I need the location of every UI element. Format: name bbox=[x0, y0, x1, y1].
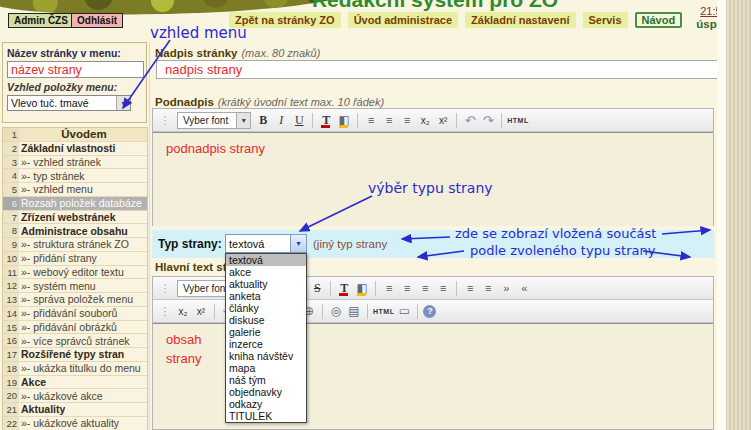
toolbar-separator bbox=[322, 304, 323, 319]
chevron-down-icon[interactable]: ▾ bbox=[290, 235, 306, 252]
font-select[interactable]: Vyber font ▾ bbox=[177, 112, 251, 129]
print-button[interactable]: ▤ bbox=[346, 303, 362, 319]
toolbar-drag-handle[interactable]: ⋮ bbox=[157, 303, 173, 319]
page-type-option[interactable]: objednavky bbox=[226, 386, 306, 398]
podnadpis-content-area[interactable]: podnadpis strany bbox=[153, 132, 713, 226]
admin-page: Redakční systém pro ZO 21:54:50 úspěšně … bbox=[0, 0, 751, 430]
page-type-option[interactable]: diskuse bbox=[226, 314, 306, 326]
sidebar-menu-item[interactable]: 5 »- vzhled menu bbox=[3, 183, 147, 197]
bold-button[interactable]: B bbox=[255, 112, 271, 128]
chevron-down-icon[interactable]: ▾ bbox=[116, 96, 130, 110]
align-center-button[interactable]: ≡ bbox=[399, 280, 415, 296]
nav-button[interactable]: Návod bbox=[635, 12, 683, 28]
page-type-option[interactable]: galerie bbox=[226, 326, 306, 338]
fullscreen-button[interactable]: ▭ bbox=[396, 303, 412, 319]
menu-item-number: 1 bbox=[3, 128, 19, 141]
sidebar-menu-item[interactable]: 1 Úvodem bbox=[3, 128, 147, 142]
subscript-button[interactable]: x₂ bbox=[417, 112, 433, 128]
page-type-option[interactable]: odkazy bbox=[226, 398, 306, 410]
sidebar-menu-item[interactable]: 3 »- vzhled stránek bbox=[3, 156, 147, 170]
sidebar-menu-item[interactable]: 9 »- struktura stránek ZO bbox=[3, 238, 147, 252]
menu-item-style-select[interactable]: Vlevo tuč. tmavé ▾ bbox=[7, 95, 131, 111]
toolbar-drag-handle[interactable]: ⋮ bbox=[157, 280, 173, 296]
sidebar-menu-item[interactable]: 20 »- ukázkové akce bbox=[3, 389, 147, 403]
logout-button[interactable]: Odhlásit bbox=[71, 13, 123, 28]
font-color-button[interactable]: T bbox=[318, 112, 334, 128]
content-right-edge bbox=[717, 0, 727, 430]
superscript-button[interactable]: x² bbox=[193, 303, 209, 319]
sidebar-menu-item[interactable]: 21 Aktuality bbox=[3, 403, 147, 417]
superscript-button[interactable]: x² bbox=[435, 112, 451, 128]
indent-button[interactable]: » bbox=[498, 280, 514, 296]
sidebar-menu-item[interactable]: 16 »- více správců stránek bbox=[3, 334, 147, 348]
sidebar-menu-item[interactable]: 12 »- systém menu bbox=[3, 279, 147, 293]
align-left-button[interactable]: ≡ bbox=[381, 280, 397, 296]
menu-item-label: Aktuality bbox=[19, 403, 65, 415]
sidebar-menu-item[interactable]: 8 Administrace obsahu bbox=[3, 224, 147, 238]
undo-button[interactable]: ↶ bbox=[462, 112, 478, 128]
nadpis-input[interactable] bbox=[156, 60, 722, 79]
menu-item-number: 19 bbox=[3, 376, 19, 389]
preview-button[interactable]: ◎ bbox=[328, 303, 344, 319]
strikethrough-button[interactable]: S bbox=[309, 280, 325, 296]
menu-item-number: 21 bbox=[3, 403, 19, 416]
nadpis-hint: (max. 80 znaků) bbox=[241, 47, 320, 59]
page-type-option[interactable]: náš tým bbox=[226, 374, 306, 386]
align-right-button[interactable]: ≡ bbox=[399, 112, 415, 128]
page-type-option[interactable]: mapa bbox=[226, 362, 306, 374]
menu-item-number: 8 bbox=[3, 224, 19, 237]
underline-button[interactable]: U bbox=[291, 112, 307, 128]
admin-czs-button[interactable]: Admin ČZS bbox=[8, 13, 74, 28]
outdent-button[interactable]: « bbox=[516, 280, 532, 296]
page-type-option[interactable]: TITULEK bbox=[226, 410, 306, 422]
sidebar-menu-item[interactable]: 2 Základní vlastnosti bbox=[3, 142, 147, 156]
page-type-option[interactable]: inzerce bbox=[226, 338, 306, 350]
align-right-button[interactable]: ≡ bbox=[417, 280, 433, 296]
chevron-down-icon[interactable]: ▾ bbox=[236, 113, 250, 128]
toolbar-drag-handle[interactable]: ⋮ bbox=[157, 112, 173, 128]
italic-button[interactable]: I bbox=[273, 112, 289, 128]
page-type-option[interactable]: textová bbox=[226, 254, 306, 266]
nav-button[interactable]: Servis bbox=[583, 12, 628, 28]
sidebar-menu-item[interactable]: 6 Rozsah položek databáze bbox=[3, 197, 147, 211]
align-left-button[interactable]: ≡ bbox=[363, 112, 379, 128]
page-type-select[interactable]: textová ▾ bbox=[225, 234, 307, 253]
redo-button[interactable]: ↷ bbox=[480, 112, 496, 128]
sidebar-menu-item[interactable]: 10 »- přidání strany bbox=[3, 252, 147, 266]
name-in-menu-input[interactable] bbox=[7, 61, 144, 78]
color-chip bbox=[321, 125, 330, 128]
align-center-button[interactable]: ≡ bbox=[381, 112, 397, 128]
sidebar-menu-item[interactable]: 13 »- správa položek menu bbox=[3, 293, 147, 307]
menu-item-label: »- webový editor textu bbox=[19, 266, 124, 278]
html-source-button[interactable]: HTML bbox=[373, 303, 394, 319]
sidebar-menu-item[interactable]: 7 Zřízení webstránek bbox=[3, 211, 147, 225]
sidebar-menu-item[interactable]: 14 »- přidávání souborů bbox=[3, 307, 147, 321]
bg-color-button[interactable]: ◧ bbox=[354, 280, 370, 296]
annotation-vzhled-menu: vzhled menu bbox=[150, 24, 247, 42]
nav-button[interactable]: Úvod administrace bbox=[348, 12, 458, 28]
subscript-button[interactable]: x₂ bbox=[175, 303, 191, 319]
bg-color-button[interactable]: ◧ bbox=[336, 112, 352, 128]
align-justify-button[interactable]: ≡ bbox=[435, 280, 451, 296]
numbered-list-button[interactable]: ≡ bbox=[480, 280, 496, 296]
html-source-button[interactable]: HTML bbox=[507, 112, 528, 128]
page-type-option[interactable]: anketa bbox=[226, 290, 306, 302]
bullet-list-button[interactable]: ≡ bbox=[462, 280, 478, 296]
sidebar-menu-item[interactable]: 17 Rozšířené typy stran bbox=[3, 348, 147, 362]
page-type-option[interactable]: kniha návštěv bbox=[226, 350, 306, 362]
sidebar-menu-item[interactable]: 4 »- typ stránek bbox=[3, 169, 147, 183]
page-type-option[interactable]: aktuality bbox=[226, 278, 306, 290]
font-color-button[interactable]: T bbox=[336, 280, 352, 296]
sidebar-menu-item[interactable]: 11 »- webový editor textu bbox=[3, 266, 147, 280]
sidebar-menu-item[interactable]: 22 »- ukázkové aktuality bbox=[3, 417, 147, 430]
sidebar-menu-item[interactable]: 19 Akce bbox=[3, 376, 147, 390]
annotation-vyber-typu: výběr typu strany bbox=[368, 180, 493, 196]
sidebar-menu-item[interactable]: 18 »- ukázka titulku do menu bbox=[3, 362, 147, 376]
page-type-option[interactable]: články bbox=[226, 302, 306, 314]
help-button[interactable]: ? bbox=[423, 305, 436, 318]
nav-button[interactable]: Základní nastavení bbox=[465, 12, 575, 28]
page-type-option[interactable]: akce bbox=[226, 266, 306, 278]
podnadpis-hint: (krátký úvodní text max. 10 řádek) bbox=[218, 96, 384, 108]
sidebar-menu-item[interactable]: 15 »- přidávání obrázků bbox=[3, 321, 147, 335]
menu-item-number: 17 bbox=[3, 348, 19, 361]
